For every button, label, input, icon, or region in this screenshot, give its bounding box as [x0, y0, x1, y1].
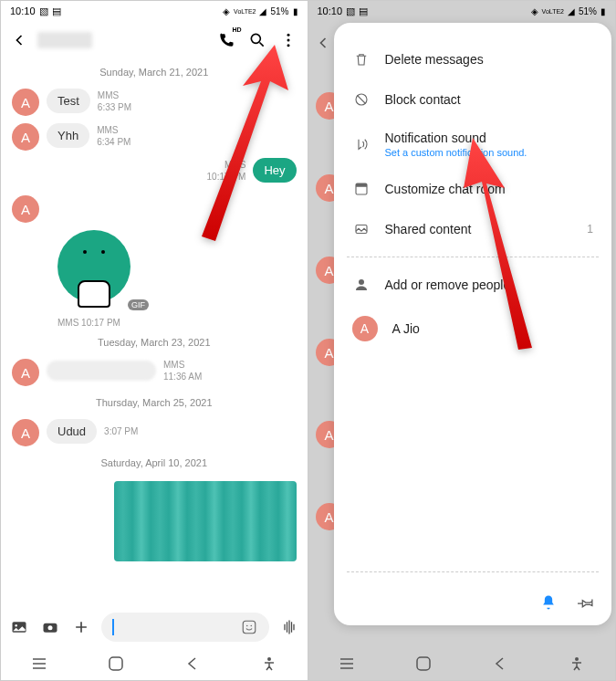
message-time: 11:36 AM: [163, 371, 202, 382]
svg-point-19: [575, 657, 579, 661]
status-time: 10:10: [10, 5, 36, 16]
menu-add-people[interactable]: Add or remove people: [347, 265, 600, 305]
nav-recents[interactable]: [336, 653, 358, 675]
avatar[interactable]: A: [12, 195, 39, 223]
svg-rect-15: [356, 183, 367, 187]
message-bubble[interactable]: Yhh: [47, 123, 89, 148]
avatar[interactable]: A: [12, 359, 39, 386]
message-time: 3:07 PM: [104, 425, 138, 437]
menu-block[interactable]: Block contact: [347, 79, 600, 120]
camera-button[interactable]: [39, 616, 61, 638]
signal-icon: ◢: [259, 6, 266, 16]
battery-pct: 51%: [270, 6, 288, 16]
wifi-icon: ◈: [223, 6, 230, 16]
menu-label: Shared content: [385, 222, 573, 236]
gif-badge: GIF: [128, 299, 149, 310]
customize-icon: [352, 180, 371, 198]
date-separator: Tuesday, March 23, 2021: [1, 330, 308, 355]
message-row[interactable]: A MMS 11:36 AM: [1, 355, 308, 390]
menu-notification-sound[interactable]: Notification sound Set a custom notifica…: [347, 120, 600, 169]
message-bubble-sent[interactable]: Hey: [253, 158, 296, 183]
message-input[interactable]: [101, 613, 269, 642]
svg-rect-8: [243, 621, 256, 634]
sticker-button[interactable]: [238, 616, 260, 638]
menu-label: Notification sound: [385, 131, 594, 145]
svg-point-0: [251, 34, 260, 43]
call-button[interactable]: HD: [214, 28, 238, 52]
avatar[interactable]: A: [12, 89, 39, 116]
svg-point-9: [246, 625, 248, 627]
nav-back[interactable]: [182, 653, 204, 675]
nav-back[interactable]: [489, 653, 511, 675]
signal-icon: ◢: [568, 6, 575, 16]
battery-pct: 51%: [579, 6, 597, 16]
message-row[interactable]: A Test MMS 6:33 PM: [1, 85, 308, 120]
shared-count: 1: [587, 223, 593, 236]
nav-accessibility[interactable]: [566, 653, 588, 675]
media-message-redacted[interactable]: [114, 481, 297, 561]
menu-subtitle: Set a custom notification sound.: [385, 147, 594, 158]
menu-contact[interactable]: A A Jio: [347, 305, 600, 352]
gif-message[interactable]: GIF: [47, 226, 308, 316]
voice-button[interactable]: [278, 616, 300, 638]
battery-icon: ▮: [600, 6, 606, 16]
message-bubble[interactable]: Udud: [47, 419, 97, 444]
avatar[interactable]: A: [12, 123, 39, 151]
status-icon-2: ▤: [359, 5, 368, 17]
message-bubble-redacted[interactable]: [47, 361, 156, 381]
conversation-menu: Delete messages Block contact Notificati…: [334, 23, 612, 625]
nav-bar: [308, 647, 616, 680]
status-bar: 10:10 ▧ ▤ ◈ VoLTE2 ◢ 51% ▮: [1, 1, 308, 21]
back-button[interactable]: [8, 29, 30, 51]
date-separator: Thursday, March 25, 2021: [1, 390, 308, 415]
status-bar: 10:10 ▧ ▤ ◈ VoLTE2 ◢ 51% ▮: [308, 1, 616, 21]
contact-name[interactable]: [37, 32, 92, 48]
menu-customize[interactable]: Customize chat room: [347, 169, 600, 209]
avatar[interactable]: A: [12, 419, 39, 446]
message-time: 10:17 PM: [207, 171, 246, 183]
message-row-sent[interactable]: MMS 10:17 PM Hey: [1, 154, 308, 186]
message-time: 6:33 PM: [98, 101, 131, 113]
date-separator: Saturday, April 10, 2021: [1, 450, 308, 476]
nav-recents[interactable]: [28, 653, 50, 675]
menu-delete[interactable]: Delete messages: [347, 39, 600, 79]
svg-rect-18: [417, 657, 430, 670]
message-row[interactable]: A Yhh MMS 6:34 PM: [1, 120, 308, 154]
bell-button[interactable]: [538, 592, 559, 613]
nav-bar: [1, 647, 308, 680]
message-type: MMS: [98, 89, 131, 101]
svg-point-17: [359, 279, 364, 285]
status-time: 10:10: [318, 5, 343, 16]
gallery-button[interactable]: [8, 616, 30, 638]
gif-meta: MMS 10:17 PM: [47, 316, 308, 330]
nav-home[interactable]: [412, 653, 434, 675]
message-row[interactable]: A: [1, 186, 308, 226]
trash-icon: [352, 50, 371, 68]
svg-point-2: [287, 39, 289, 42]
nav-home[interactable]: [105, 653, 127, 675]
menu-label: Add or remove people: [385, 278, 594, 292]
wifi-icon: ◈: [531, 6, 538, 16]
shared-icon: [352, 220, 371, 238]
message-row[interactable]: A Udud 3:07 PM: [1, 415, 308, 450]
add-button[interactable]: [70, 616, 92, 638]
menu-label: Block contact: [385, 92, 594, 107]
nav-accessibility[interactable]: [258, 653, 280, 675]
more-options-button[interactable]: [277, 28, 300, 52]
message-time: 6:34 PM: [97, 136, 131, 148]
svg-point-12: [267, 657, 271, 661]
screen-menu: 10:10 ▧ ▤ ◈ VoLTE2 ◢ 51% ▮ A A A A A A: [308, 1, 616, 680]
status-icon-1: ▧: [346, 5, 355, 17]
menu-label: Customize chat room: [385, 182, 594, 196]
input-cursor: [112, 619, 114, 635]
svg-point-5: [15, 624, 17, 627]
menu-shared-content[interactable]: Shared content 1: [347, 209, 600, 249]
svg-point-10: [250, 625, 252, 627]
menu-label: Delete messages: [385, 52, 594, 67]
message-bubble[interactable]: Test: [47, 89, 90, 113]
search-button[interactable]: [245, 28, 269, 52]
conversation-header: HD: [1, 21, 308, 59]
pin-button[interactable]: [577, 592, 597, 613]
contact-avatar: A: [352, 316, 378, 341]
volte-label: VoLTE2: [234, 8, 256, 15]
